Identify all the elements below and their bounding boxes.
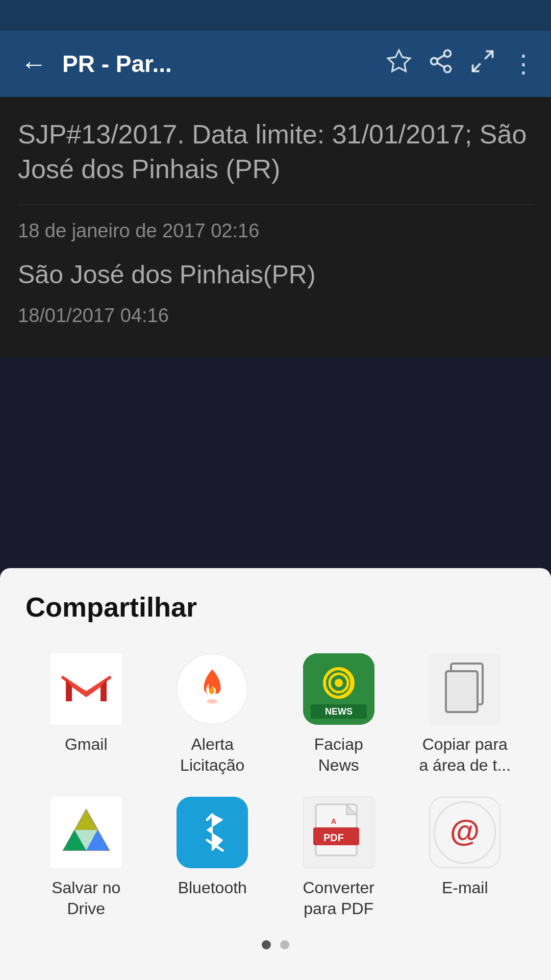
alerta-label: AlertaLicitação <box>180 734 244 776</box>
email-icon: @ <box>429 797 500 868</box>
svg-point-2 <box>431 58 438 64</box>
share-title: Compartilhar <box>26 591 525 623</box>
faciap-label: FaciapNews <box>314 734 363 776</box>
more-icon[interactable]: ⋮ <box>511 50 536 78</box>
toolbar-title: PR - Par... <box>62 50 375 78</box>
star-icon[interactable] <box>386 48 412 80</box>
copy-icon <box>429 653 500 725</box>
content-location: São José dos Pinhais(PR) <box>18 260 533 289</box>
content-area: SJP#13/2017. Data limite: 31/01/2017; Sã… <box>0 97 551 357</box>
svg-text:PDF: PDF <box>323 832 344 843</box>
expand-icon[interactable] <box>469 48 496 80</box>
bluetooth-icon <box>177 797 248 868</box>
share-sheet: Compartilhar Gmail <box>0 568 551 980</box>
svg-point-1 <box>444 50 451 57</box>
back-button[interactable]: ← <box>15 43 52 84</box>
svg-point-3 <box>444 65 451 72</box>
drive-icon <box>51 797 122 868</box>
share-item-alerta[interactable]: AlertaLicitação <box>152 653 273 776</box>
share-item-bluetooth[interactable]: Bluetooth <box>152 797 273 920</box>
share-grid: Gmail AlertaLicitação <box>26 653 525 920</box>
toolbar-actions: ⋮ <box>386 48 536 80</box>
pdf-label: Converterpara PDF <box>303 877 375 920</box>
svg-rect-18 <box>446 671 478 712</box>
dot-1 <box>262 940 271 949</box>
faciap-icon: NEWS <box>303 653 374 725</box>
svg-text:A: A <box>331 817 336 825</box>
bluetooth-label: Bluetooth <box>178 877 247 899</box>
page-indicator <box>26 940 525 949</box>
share-item-copy[interactable]: Copiar paraa área de t... <box>405 653 526 776</box>
share-item-faciap[interactable]: NEWS FaciapNews <box>278 653 399 776</box>
content-date1: 18 de janeiro de 2017 02:16 <box>18 220 533 242</box>
gmail-label: Gmail <box>65 734 108 755</box>
svg-line-7 <box>473 63 481 71</box>
svg-text:@: @ <box>450 814 480 848</box>
svg-marker-0 <box>388 50 410 71</box>
status-bar <box>0 0 551 31</box>
svg-line-6 <box>485 51 492 59</box>
toolbar: ← PR - Par... ⋮ <box>0 31 551 97</box>
gmail-icon <box>51 653 122 725</box>
content-date2: 18/01/2017 04:16 <box>18 305 533 342</box>
share-item-pdf[interactable]: A PDF Converterpara PDF <box>278 797 399 920</box>
svg-text:NEWS: NEWS <box>325 706 353 717</box>
share-item-email[interactable]: @ E-mail <box>405 797 526 920</box>
content-title: SJP#13/2017. Data limite: 31/01/2017; Sã… <box>18 117 533 186</box>
svg-line-4 <box>437 63 445 67</box>
alerta-icon <box>177 653 248 725</box>
dot-2 <box>280 940 289 949</box>
svg-point-10 <box>207 699 218 703</box>
svg-line-5 <box>437 55 445 60</box>
copy-label: Copiar paraa área de t... <box>419 734 511 776</box>
drive-label: Salvar noDrive <box>52 877 120 920</box>
pdf-icon: A PDF <box>303 797 374 868</box>
share-item-drive[interactable]: Salvar noDrive <box>26 797 147 920</box>
svg-point-14 <box>335 679 343 687</box>
share-item-gmail[interactable]: Gmail <box>26 653 147 776</box>
share-icon[interactable] <box>428 48 454 80</box>
content-divider <box>18 204 533 205</box>
email-label: E-mail <box>442 877 488 899</box>
